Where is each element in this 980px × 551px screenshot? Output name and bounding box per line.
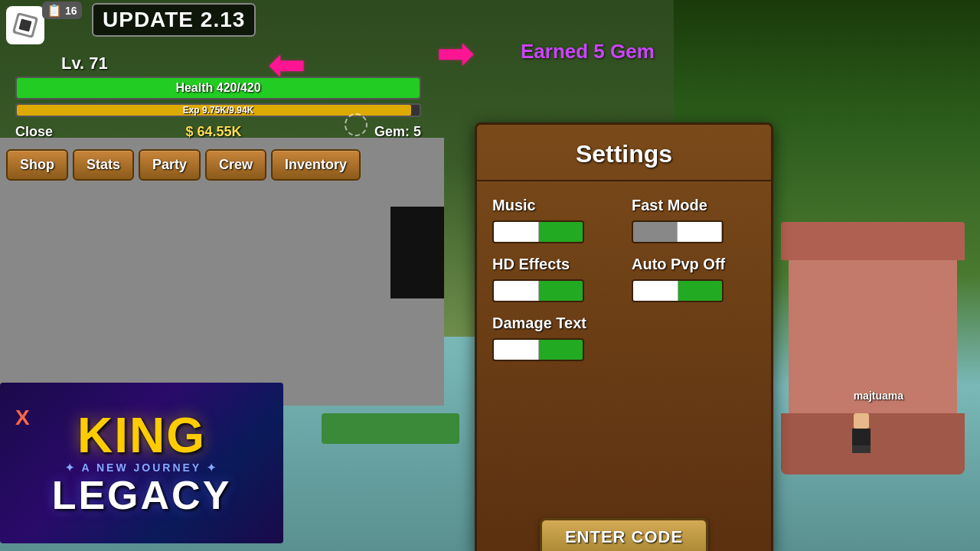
- stall: [789, 245, 957, 474]
- logo-legacy: LEGACY: [52, 475, 232, 515]
- auto-pvp-toggle-left: [633, 281, 678, 301]
- settings-row-1: Music Fast Mode: [492, 197, 756, 243]
- settings-row-2: HD Effects Auto Pvp Off: [492, 256, 756, 302]
- crew-button[interactable]: Crew: [205, 149, 266, 181]
- settings-title: Settings: [477, 125, 771, 181]
- fast-mode-setting: Fast Mode: [632, 197, 756, 243]
- hd-effects-label: HD Effects: [492, 256, 616, 273]
- hd-effects-setting: HD Effects: [492, 256, 616, 302]
- notification-badge[interactable]: 📋 16: [42, 2, 82, 19]
- music-toggle[interactable]: [492, 220, 584, 243]
- auto-pvp-label: Auto Pvp Off: [632, 256, 756, 273]
- auto-pvp-toggle-right: [678, 281, 723, 301]
- enter-code-button[interactable]: ENTER CODE: [540, 518, 708, 551]
- notif-icon: 📋: [47, 3, 62, 18]
- logo-king: KING: [77, 411, 206, 460]
- hd-effects-toggle-left: [494, 281, 539, 301]
- stats-button[interactable]: Stats: [73, 149, 134, 181]
- party-button[interactable]: Party: [139, 149, 201, 181]
- level-display: Lv. 71: [61, 54, 108, 73]
- username-label: majtuama: [854, 390, 903, 402]
- level-text: Lv. 71: [61, 54, 108, 73]
- damage-text-toggle[interactable]: [492, 338, 584, 361]
- logo-x: X: [15, 406, 30, 430]
- stall-roof: [781, 222, 965, 260]
- fast-mode-toggle-left: [633, 222, 678, 242]
- dark-rect: [390, 207, 444, 298]
- hd-effects-toggle[interactable]: [492, 279, 584, 302]
- roblox-icon[interactable]: [6, 6, 44, 44]
- health-bar-text: Health 420/420: [17, 78, 420, 98]
- nav-buttons: Shop Stats Party Crew Inventory: [6, 149, 361, 181]
- money-display: $ 64.55K: [185, 124, 241, 140]
- shop-button[interactable]: Shop: [6, 149, 68, 181]
- earned-gems-text: Earned 5 Gem: [521, 40, 655, 64]
- inventory-button[interactable]: Inventory: [271, 149, 361, 181]
- damage-text-toggle-left: [494, 340, 539, 360]
- settings-panel: Settings Music Fast Mode HD Ef: [475, 122, 773, 551]
- settings-content: Music Fast Mode HD Effects: [477, 181, 771, 389]
- player-head: [854, 413, 869, 429]
- music-setting: Music: [492, 197, 616, 243]
- notif-count: 16: [65, 5, 77, 17]
- fast-mode-label: Fast Mode: [632, 197, 756, 214]
- fast-mode-toggle-right: [678, 222, 722, 242]
- close-button[interactable]: Close: [15, 124, 53, 140]
- player-body: [852, 429, 871, 445]
- health-bar-container: Health 420/420: [15, 77, 421, 99]
- music-toggle-right: [539, 222, 583, 242]
- green-platform: [322, 413, 459, 444]
- hd-effects-toggle-right: [539, 281, 583, 301]
- auto-pvp-toggle[interactable]: [632, 279, 724, 302]
- music-label: Music: [492, 197, 616, 214]
- roblox-logo-svg: [11, 11, 39, 39]
- crosshair: [345, 113, 368, 136]
- logo-subtitle: ✦ A NEW JOURNEY ✦: [65, 461, 218, 474]
- gem-display: Gem: 5: [374, 124, 421, 140]
- player-character: [850, 413, 873, 452]
- damage-text-label: Damage Text: [492, 315, 756, 332]
- fast-mode-toggle[interactable]: [632, 220, 724, 243]
- update-banner: UPDATE 2.13: [92, 3, 256, 37]
- stall-counter: [781, 413, 965, 474]
- auto-pvp-setting: Auto Pvp Off: [632, 256, 756, 302]
- king-legacy-logo: X KING ✦ A NEW JOURNEY ✦ LEGACY: [0, 383, 283, 543]
- player-legs: [852, 445, 871, 453]
- damage-text-setting: Damage Text: [492, 315, 756, 361]
- arrow-right: ➡: [436, 31, 475, 77]
- music-toggle-left: [494, 222, 539, 242]
- damage-text-toggle-right: [539, 340, 583, 360]
